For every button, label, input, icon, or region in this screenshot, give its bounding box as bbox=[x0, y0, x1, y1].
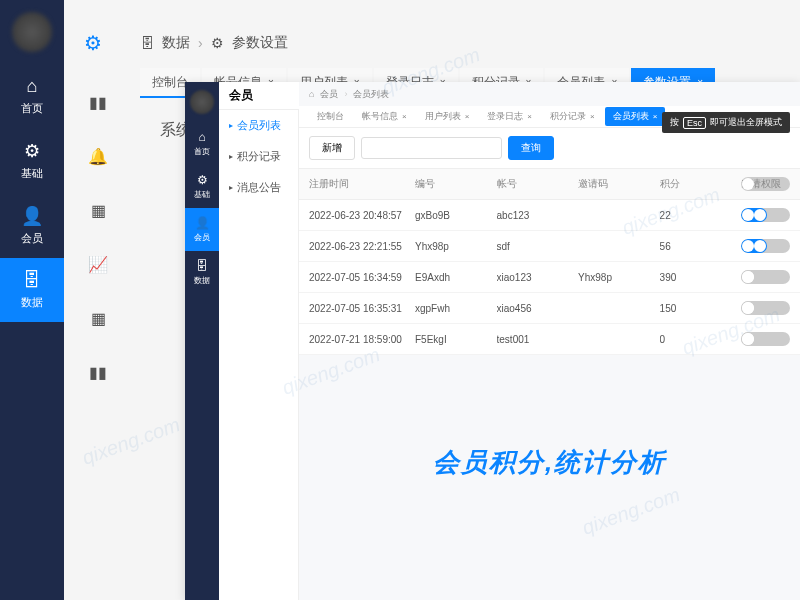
user-icon: 👤 bbox=[195, 216, 210, 230]
panel-nav-member[interactable]: 👤会员 bbox=[185, 208, 219, 251]
search-button[interactable]: 查询 bbox=[508, 136, 554, 160]
perm-switch[interactable] bbox=[741, 239, 767, 253]
close-icon[interactable]: × bbox=[402, 112, 407, 121]
gear-icon: ⚙ bbox=[197, 173, 208, 187]
menu-label: 积分记录 bbox=[237, 149, 281, 164]
database-icon: 🗄 bbox=[196, 259, 208, 273]
menu-memberlist[interactable]: ▸会员列表 bbox=[219, 110, 298, 141]
settings-gear-icon[interactable]: ⚙ bbox=[78, 28, 108, 58]
cell-code: gxBo9B bbox=[415, 210, 497, 221]
grid2-icon[interactable]: ▦ bbox=[86, 306, 110, 330]
banner-text: 会员积分,统计分析 bbox=[433, 445, 666, 480]
th-perm: 邀请权限 bbox=[741, 177, 790, 191]
cell-points: 22 bbox=[660, 210, 742, 221]
table-row[interactable]: 2022-06-23 22:21:55Yhx98psdf56 bbox=[299, 231, 800, 262]
nav-home[interactable]: ⌂ 首页 bbox=[0, 64, 64, 128]
dot-icon: ▸ bbox=[229, 121, 233, 130]
inner-tab-loginlog[interactable]: 登录日志× bbox=[479, 107, 540, 126]
main-sidebar: ⌂ 首页 ⚙ 基础 👤 会员 🗄 数据 bbox=[0, 0, 64, 600]
nav-label: 会员 bbox=[194, 232, 210, 243]
cell-perm bbox=[741, 239, 790, 253]
cell-points: 56 bbox=[660, 241, 742, 252]
close-icon[interactable]: × bbox=[653, 112, 658, 121]
panel-nav-base[interactable]: ⚙基础 bbox=[185, 165, 219, 208]
perm-switch[interactable] bbox=[741, 208, 767, 222]
tab-label: 登录日志 bbox=[487, 110, 523, 123]
th-account: 帐号 bbox=[497, 177, 579, 191]
home-icon[interactable]: ⌂ bbox=[309, 89, 314, 99]
nav-label: 首页 bbox=[21, 101, 43, 116]
crumb-member[interactable]: 会员 bbox=[320, 88, 338, 101]
cell-perm bbox=[741, 208, 790, 222]
breadcrumb-current: 参数设置 bbox=[232, 34, 288, 52]
home-icon: ⌂ bbox=[27, 76, 38, 97]
cell-account: xiao456 bbox=[497, 303, 579, 314]
close-icon[interactable]: × bbox=[465, 112, 470, 121]
user-icon: 👤 bbox=[21, 205, 43, 227]
cell-perm bbox=[741, 332, 790, 346]
table-row[interactable]: 2022-07-21 18:59:00F5EkgItest0010 bbox=[299, 324, 800, 355]
inner-tab-memberlist[interactable]: 会员列表× bbox=[605, 107, 666, 126]
cell-invite: Yhx98p bbox=[578, 272, 660, 283]
menu-notice[interactable]: ▸消息公告 bbox=[219, 172, 298, 203]
panel-nav-home[interactable]: ⌂首页 bbox=[185, 122, 219, 165]
th-code: 编号 bbox=[415, 177, 497, 191]
nav-label: 基础 bbox=[21, 166, 43, 181]
close-icon[interactable]: × bbox=[527, 112, 532, 121]
tab-label: 用户列表 bbox=[425, 110, 461, 123]
tab-label: 积分记录 bbox=[550, 110, 586, 123]
member-table: 注册时间 编号 帐号 邀请码 积分 邀请权限 2022-06-23 20:48:… bbox=[299, 169, 800, 355]
grid-icon[interactable]: ▦ bbox=[86, 198, 110, 222]
inner-tab-users[interactable]: 用户列表× bbox=[417, 107, 478, 126]
table-row[interactable]: 2022-07-05 16:34:59E9Axdhxiao123Yhx98p39… bbox=[299, 262, 800, 293]
chart-icon[interactable]: 📈 bbox=[86, 252, 110, 276]
search-input[interactable] bbox=[361, 137, 502, 159]
bars2-icon[interactable]: ▮▮ bbox=[86, 360, 110, 384]
dot-icon: ▸ bbox=[229, 152, 233, 161]
perm-switch[interactable] bbox=[741, 270, 767, 284]
inner-tab-console[interactable]: 控制台 bbox=[309, 107, 352, 126]
inner-tab-points[interactable]: 积分记录× bbox=[542, 107, 603, 126]
add-button[interactable]: 新增 bbox=[309, 136, 355, 160]
cell-time: 2022-07-05 16:35:31 bbox=[309, 303, 415, 314]
perm-switch[interactable] bbox=[741, 301, 767, 315]
panel-logo-icon bbox=[190, 90, 214, 114]
cell-perm bbox=[741, 270, 790, 284]
database-icon: 🗄 bbox=[140, 35, 154, 51]
gear-icon: ⚙ bbox=[211, 35, 224, 51]
nav-label: 数据 bbox=[194, 275, 210, 286]
nav-base[interactable]: ⚙ 基础 bbox=[0, 128, 64, 193]
perm-switch[interactable] bbox=[741, 332, 767, 346]
menu-points[interactable]: ▸积分记录 bbox=[219, 141, 298, 172]
cell-account: abc123 bbox=[497, 210, 579, 221]
panel-content: ⌂ 会员 › 会员列表 控制台 帐号信息× 用户列表× 登录日志× 积分记录× … bbox=[299, 82, 800, 600]
bell-icon[interactable]: 🔔 bbox=[86, 144, 110, 168]
nav-member[interactable]: 👤 会员 bbox=[0, 193, 64, 258]
cell-points: 390 bbox=[660, 272, 742, 283]
inner-tab-account[interactable]: 帐号信息× bbox=[354, 107, 415, 126]
cell-time: 2022-07-05 16:34:59 bbox=[309, 272, 415, 283]
member-panel: ⌂首页 ⚙基础 👤会员 🗄数据 会员 ▸会员列表 ▸积分记录 ▸消息公告 ⌂ 会… bbox=[185, 82, 800, 600]
cell-code: Yhx98p bbox=[415, 241, 497, 252]
table-row[interactable]: 2022-07-05 16:35:31xgpFwhxiao456150 bbox=[299, 293, 800, 324]
bars-icon[interactable]: ▮▮ bbox=[86, 90, 110, 114]
cell-points: 150 bbox=[660, 303, 742, 314]
nav-data[interactable]: 🗄 数据 bbox=[0, 258, 64, 322]
menu-label: 会员列表 bbox=[237, 118, 281, 133]
table-row[interactable]: 2022-06-23 20:48:57gxBo9Babc12322 bbox=[299, 200, 800, 231]
cell-time: 2022-06-23 22:21:55 bbox=[309, 241, 415, 252]
cell-points: 0 bbox=[660, 334, 742, 345]
esc-key-icon: Esc bbox=[683, 117, 706, 129]
nav-label: 首页 bbox=[194, 146, 210, 157]
dot-icon: ▸ bbox=[229, 183, 233, 192]
panel-nav-data[interactable]: 🗄数据 bbox=[185, 251, 219, 294]
cell-account: sdf bbox=[497, 241, 579, 252]
close-icon[interactable]: × bbox=[590, 112, 595, 121]
esc-hint: 按 Esc 即可退出全屏模式 bbox=[662, 112, 790, 133]
table-header: 注册时间 编号 帐号 邀请码 积分 邀请权限 bbox=[299, 169, 800, 200]
cell-account: test001 bbox=[497, 334, 579, 345]
chevron-right-icon: › bbox=[198, 35, 203, 51]
breadcrumb-root[interactable]: 数据 bbox=[162, 34, 190, 52]
cell-code: xgpFwh bbox=[415, 303, 497, 314]
cell-code: E9Axdh bbox=[415, 272, 497, 283]
